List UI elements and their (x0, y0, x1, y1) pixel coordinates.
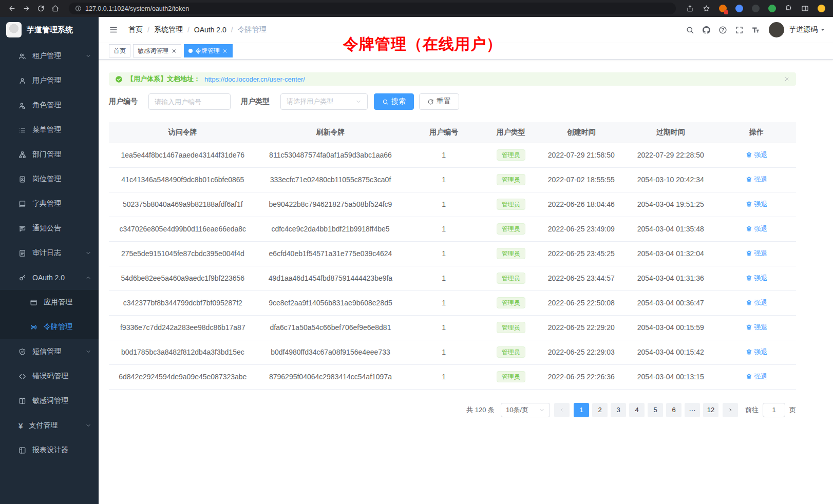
page-button-1[interactable]: 1 (574, 403, 589, 417)
sidebar-item-oauth2[interactable]: OAuth 2.0 (0, 265, 99, 290)
page-suffix-label: 页 (789, 405, 796, 415)
page-button-3[interactable]: 3 (611, 403, 626, 417)
created-at-cell: 2022-06-26 18:04:46 (538, 192, 624, 217)
back-icon[interactable] (5, 3, 18, 15)
search-button[interactable]: 搜索 (374, 93, 414, 110)
force-logout-button[interactable]: 强退 (746, 323, 768, 332)
user-type-select[interactable]: 请选择用户类型 (280, 93, 368, 110)
sidebar-item-dept[interactable]: 部门管理 (0, 142, 99, 167)
sidebar-item-tenant[interactable]: 租户管理 (0, 44, 99, 68)
force-logout-button[interactable]: 强退 (746, 249, 768, 258)
table-row: c342377bf8b344799dcbf7bf095287f29ce8ef2a… (109, 290, 796, 315)
expires-at-cell: 2054-03-04 00:15:42 (624, 340, 717, 364)
site-info-icon[interactable] (75, 5, 82, 12)
action-cell: 强退 (717, 217, 796, 241)
tab-home[interactable]: 首页 (109, 44, 130, 57)
force-logout-button[interactable]: 强退 (746, 200, 768, 209)
doc-alert-link[interactable]: https://doc.iocoder.cn/user-center/ (204, 75, 305, 83)
tab-close-icon[interactable] (222, 48, 228, 54)
sidebar-toggle-button[interactable] (106, 22, 121, 37)
force-logout-button[interactable]: 强退 (746, 175, 768, 184)
forward-icon[interactable] (20, 3, 33, 15)
expires-at-cell: 2054-03-04 00:36:47 (624, 290, 717, 315)
sidebar-item-oauth2-token[interactable]: 令牌管理 (0, 315, 99, 339)
sidebar-item-oauth2-app[interactable]: 应用管理 (0, 290, 99, 315)
extension-4-icon[interactable] (765, 3, 779, 15)
force-logout-button[interactable]: 强退 (746, 150, 768, 160)
search-icon[interactable] (683, 23, 697, 37)
force-logout-button[interactable]: 强退 (746, 372, 768, 381)
sidebar-menu: 租户管理用户管理角色管理菜单管理部门管理岗位管理字典管理通知公告审计日志OAut… (0, 43, 99, 504)
sidebar-item-user[interactable]: 用户管理 (0, 68, 99, 93)
oauth-icon (18, 274, 26, 282)
sidebar-item-report-designer[interactable]: 报表设计器 (0, 438, 99, 462)
force-logout-button[interactable]: 强退 (746, 298, 768, 307)
user-type-cell: 管理员 (483, 192, 538, 217)
force-logout-button[interactable]: 强退 (746, 224, 768, 234)
sidebar-item-notice[interactable]: 通知公告 (0, 216, 99, 241)
next-page-button[interactable] (723, 403, 738, 417)
page-button-5[interactable]: 5 (648, 403, 663, 417)
extension-3-icon[interactable] (749, 3, 762, 15)
sidebar-item-sms[interactable]: 短信管理 (0, 339, 99, 364)
page-button-4[interactable]: 4 (629, 403, 645, 417)
extension-1-icon[interactable] (716, 3, 729, 15)
force-logout-button[interactable]: 强退 (746, 347, 768, 357)
page-size-select[interactable]: 10条/页 (501, 403, 550, 417)
home-icon[interactable] (48, 3, 62, 15)
prev-page-button[interactable] (554, 403, 570, 417)
page-button-2[interactable]: 2 (592, 403, 608, 417)
user-name: 芋道源码 (789, 25, 818, 34)
access-token-cell: c342377bf8b344799dcbf7bf095287f2 (109, 290, 257, 315)
chevron-right-icon (727, 407, 733, 413)
sidebar-item-role[interactable]: 角色管理 (0, 93, 99, 118)
address-bar[interactable]: 127.0.0.1:1024/system/oauth2/token (69, 3, 676, 14)
font-size-icon[interactable] (748, 23, 763, 37)
github-icon[interactable] (699, 23, 713, 37)
breadcrumb-item[interactable]: 系统管理 (154, 25, 183, 34)
sidebar-item-menu[interactable]: 菜单管理 (0, 118, 99, 142)
goto-page-input[interactable] (763, 403, 785, 417)
split-view-icon[interactable] (798, 3, 811, 15)
refresh-token-cell: 9ce8ef2aa9f14056b831ae9b608e28d5 (257, 290, 405, 315)
user-avatar[interactable] (769, 22, 784, 37)
alert-close-icon[interactable] (784, 76, 790, 82)
breadcrumb-item[interactable]: OAuth 2.0 (194, 26, 226, 34)
access-token-cell: 1ea5e44f8bc1467aaede43144f31de76 (109, 143, 257, 167)
breadcrumb-item[interactable]: 首页 (128, 25, 143, 34)
extension-2-icon[interactable] (732, 3, 746, 15)
sidebar-item-error-code[interactable]: 错误码管理 (0, 364, 99, 389)
extensions-puzzle-icon[interactable] (782, 3, 795, 15)
tab-close-icon[interactable] (171, 48, 177, 54)
user-id-input[interactable] (148, 93, 231, 110)
action-cell: 强退 (717, 266, 796, 290)
fullscreen-icon[interactable] (732, 23, 746, 37)
more-pages-button[interactable]: ··· (685, 403, 700, 417)
tab-sensitive-word[interactable]: 敏感词管理 (133, 44, 181, 57)
share-icon[interactable] (683, 3, 696, 15)
sidebar-item-pay[interactable]: ¥支付管理 (0, 413, 99, 438)
force-logout-button[interactable]: 强退 (746, 274, 768, 283)
created-at-cell: 2022-06-25 22:26:36 (538, 364, 624, 389)
access-token-cell: 41c41346a548490f9dc8b01c6bfe0865 (109, 167, 257, 192)
refresh-token-cell: be90422b8c7946218275a508bf524fc9 (257, 192, 405, 217)
sidebar-item-dict[interactable]: 字典管理 (0, 191, 99, 216)
help-icon[interactable] (715, 23, 730, 37)
refresh-token-cell: 49d1aa46d1454fbd87591444423be9fa (257, 266, 405, 290)
page-button-12[interactable]: 12 (703, 403, 718, 417)
refresh-icon[interactable] (34, 3, 47, 15)
reset-button[interactable]: 重置 (419, 93, 459, 110)
search-icon (382, 99, 389, 105)
bookmark-star-icon[interactable] (699, 3, 713, 15)
profile-avatar-icon[interactable] (815, 3, 828, 15)
sidebar-item-sensitive-word[interactable]: 敏感词管理 (0, 389, 99, 413)
sidebar-item-audit-log[interactable]: 审计日志 (0, 241, 99, 265)
tab-token[interactable]: 令牌管理 (184, 44, 233, 57)
user-menu-caret-icon[interactable] (820, 27, 826, 33)
page-button-6[interactable]: 6 (666, 403, 681, 417)
user-type-cell: 管理员 (483, 217, 538, 241)
delete-icon (746, 201, 752, 207)
app-logo-row[interactable]: 芋道管理系统 (0, 17, 99, 43)
sidebar-item-post[interactable]: 岗位管理 (0, 167, 99, 191)
sidebar-item-label: 通知公告 (32, 224, 91, 233)
